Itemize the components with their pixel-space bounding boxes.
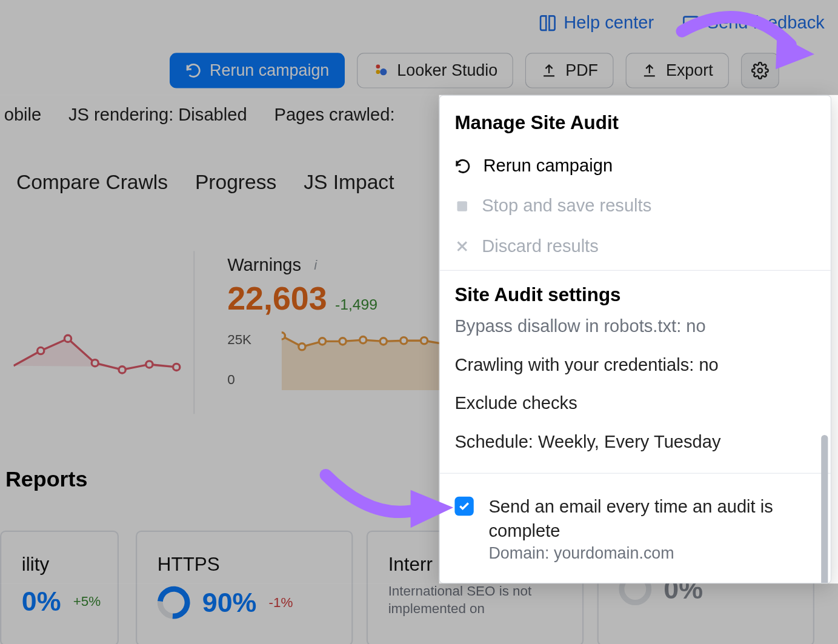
refresh-icon bbox=[454, 158, 471, 174]
panel-schedule[interactable]: Schedule: Weekly, Every Tuesday bbox=[454, 431, 816, 453]
panel-heading-settings: Site Audit settings bbox=[440, 275, 831, 319]
panel-settings-list: Bypass disallow in robots.txt: no Crawli… bbox=[440, 318, 831, 576]
panel-email-label: Send an email every time an audit is com… bbox=[488, 494, 816, 543]
check-icon bbox=[458, 500, 470, 512]
page-root: Help center Send feedback Rerun campaign… bbox=[0, 0, 838, 644]
panel-domain-label: Domain: yourdomain.com bbox=[488, 543, 816, 562]
panel-rerun-label: Rerun campaign bbox=[483, 155, 613, 176]
email-checkbox[interactable] bbox=[454, 497, 473, 516]
overlay-dim bbox=[0, 0, 838, 95]
overlay-dim bbox=[0, 583, 838, 644]
settings-dropdown-panel: Manage Site Audit Rerun campaign Stop an… bbox=[439, 95, 831, 583]
panel-email-notification-row[interactable]: Send an email every time an audit is com… bbox=[454, 494, 816, 562]
panel-stop-label: Stop and save results bbox=[482, 196, 651, 217]
overlay-dim bbox=[0, 95, 439, 583]
panel-stop-save: Stop and save results bbox=[440, 186, 831, 226]
panel-separator bbox=[440, 473, 831, 474]
panel-scrollbar[interactable] bbox=[821, 435, 828, 583]
close-icon bbox=[454, 239, 470, 254]
stop-icon bbox=[454, 199, 470, 214]
panel-separator bbox=[440, 270, 831, 271]
panel-heading-manage: Manage Site Audit bbox=[440, 96, 831, 146]
panel-exclude-checks[interactable]: Exclude checks bbox=[454, 393, 816, 414]
panel-bypass-robots[interactable]: Bypass disallow in robots.txt: no bbox=[454, 316, 816, 337]
panel-rerun-campaign[interactable]: Rerun campaign bbox=[440, 146, 831, 186]
svg-rect-21 bbox=[457, 201, 467, 211]
panel-discard: Discard results bbox=[440, 226, 831, 266]
panel-discard-label: Discard results bbox=[482, 236, 599, 257]
panel-crawling-credentials[interactable]: Crawling with your credentials: no bbox=[454, 354, 816, 376]
